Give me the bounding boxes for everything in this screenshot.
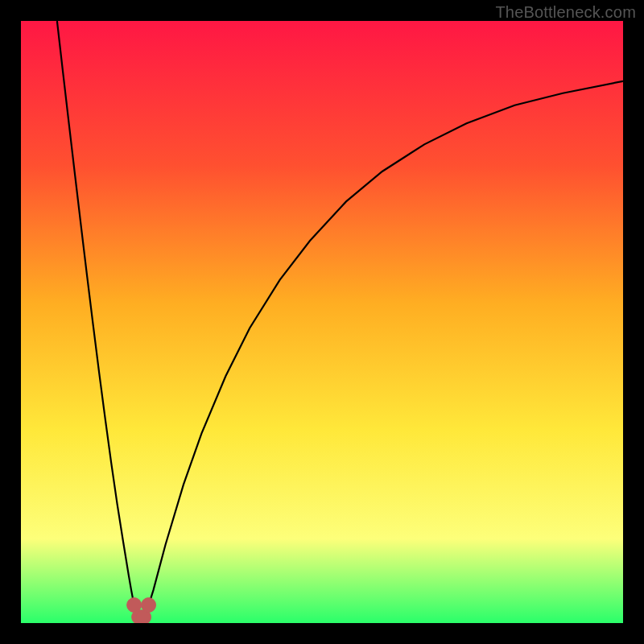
plot-area	[21, 21, 623, 623]
chart-container: TheBottleneck.com	[0, 0, 644, 644]
watermark-text: TheBottleneck.com	[495, 3, 636, 22]
chart-svg	[21, 21, 623, 623]
gradient-background	[21, 21, 623, 623]
marker-dot	[142, 598, 156, 613]
